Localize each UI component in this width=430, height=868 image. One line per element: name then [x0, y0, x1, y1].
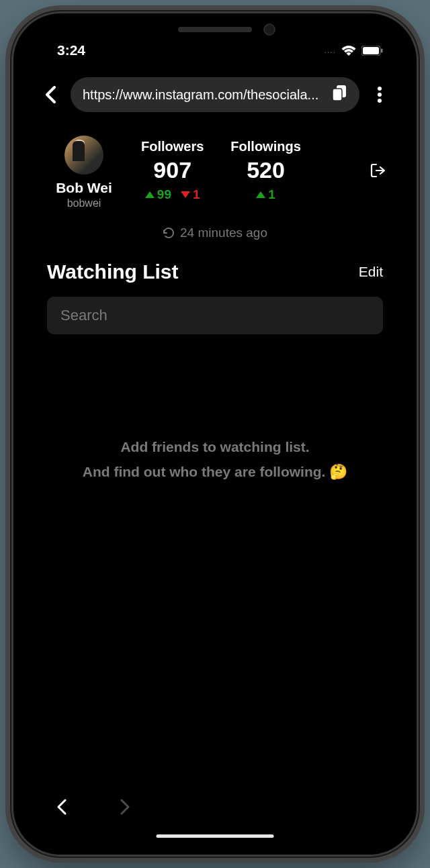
- followings-up-value: 1: [268, 187, 275, 202]
- battery-icon: [361, 46, 383, 56]
- watching-title: Watching List: [47, 260, 179, 283]
- status-right: ....: [325, 45, 383, 56]
- svg-point-6: [378, 93, 382, 97]
- status-bar: 3:24 ....: [24, 23, 406, 64]
- avatar[interactable]: [64, 136, 103, 175]
- refresh-icon: [163, 227, 175, 239]
- display-name: Bob Wei: [56, 180, 112, 196]
- followers-value: 907: [153, 157, 191, 183]
- triangle-up-icon: [145, 191, 155, 198]
- empty-state: Add friends to watching list. And find o…: [24, 334, 406, 484]
- nav-back-button[interactable]: [50, 792, 73, 824]
- followings-changes: 1: [256, 187, 275, 202]
- svg-point-5: [378, 87, 382, 91]
- svg-point-7: [378, 99, 382, 103]
- url-text: https://www.instagram.com/thesociala...: [83, 87, 326, 103]
- empty-line-2: And find out who they are following.: [83, 464, 326, 479]
- svg-rect-2: [381, 48, 383, 52]
- svg-rect-4: [333, 89, 342, 101]
- wifi-icon: [341, 45, 356, 56]
- empty-line-1: Add friends to watching list.: [50, 435, 380, 459]
- exit-button[interactable]: [370, 162, 386, 181]
- chevron-left-icon: [45, 86, 56, 103]
- profile-section: Bob Wei bobwei Followers 907 99 1: [24, 115, 406, 216]
- triangle-up-icon: [256, 191, 265, 198]
- followers-down-value: 1: [193, 187, 200, 202]
- username: bobwei: [67, 197, 101, 209]
- empty-line-2-wrapper: And find out who they are following. 🤔: [50, 459, 380, 484]
- followings-label: Followings: [230, 139, 300, 154]
- screen: 3:24 .... https://www.instagram.com/thes…: [24, 23, 406, 845]
- followers-up: 99: [145, 187, 171, 202]
- edit-button[interactable]: Edit: [359, 264, 383, 280]
- followers-stat[interactable]: Followers 907 99 1: [141, 139, 204, 202]
- vertical-dots-icon: [378, 87, 382, 103]
- search-box[interactable]: [47, 297, 383, 334]
- search-input[interactable]: [60, 307, 370, 324]
- phone-frame: 3:24 .... https://www.instagram.com/thes…: [13, 13, 417, 855]
- chevron-left-icon: [57, 799, 67, 815]
- url-bar[interactable]: https://www.instagram.com/thesociala...: [71, 77, 359, 112]
- exit-icon: [370, 162, 386, 179]
- url-bar-row: https://www.instagram.com/thesociala...: [24, 64, 406, 115]
- chevron-right-icon: [120, 799, 130, 815]
- avatar-column: Bob Wei bobwei: [47, 136, 121, 209]
- status-time: 3:24: [57, 42, 85, 58]
- followings-value: 520: [247, 157, 285, 183]
- nav-forward-button: [114, 792, 136, 824]
- thinking-emoji: 🤔: [329, 463, 347, 480]
- signal-dots: ....: [325, 46, 336, 55]
- stats: Followers 907 99 1 Followings: [121, 136, 383, 202]
- followings-stat[interactable]: Followings 520 1: [230, 139, 300, 202]
- triangle-down-icon: [181, 191, 190, 198]
- updated-text: 24 minutes ago: [180, 226, 267, 240]
- followers-up-value: 99: [157, 187, 171, 202]
- watching-header: Watching List Edit: [24, 240, 406, 293]
- followers-changes: 99 1: [145, 187, 200, 202]
- followers-down: 1: [181, 187, 200, 202]
- home-indicator[interactable]: [157, 834, 274, 838]
- svg-rect-1: [363, 47, 379, 54]
- followings-up: 1: [256, 187, 275, 202]
- back-button[interactable]: [37, 86, 64, 103]
- copy-icon[interactable]: [333, 85, 347, 104]
- followers-label: Followers: [141, 139, 204, 154]
- bottom-nav: [24, 792, 406, 824]
- menu-button[interactable]: [366, 87, 393, 103]
- last-updated: 24 minutes ago: [24, 226, 406, 240]
